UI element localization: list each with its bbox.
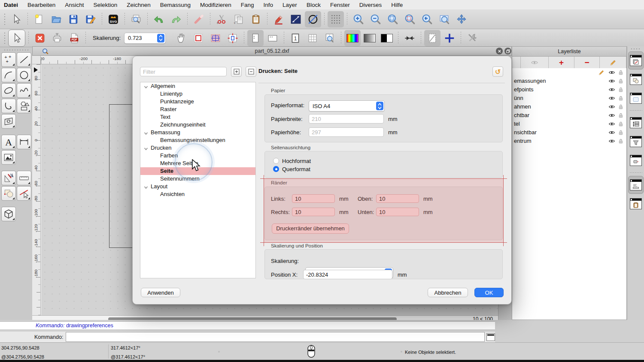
layer-panel-title[interactable]: Layerliste	[512, 47, 626, 57]
command-window-toggle-icon[interactable]	[486, 333, 495, 341]
document-close-icon[interactable]	[496, 48, 503, 54]
tree-item-seitennummern[interactable]: Seitennummern	[140, 175, 255, 183]
eye-icon[interactable]	[608, 138, 615, 145]
print-icon[interactable]	[49, 30, 65, 46]
document-title-bar[interactable]: part_05.12.dxf	[32, 46, 512, 56]
palette-line-icon[interactable]	[17, 52, 31, 67]
new-file-icon[interactable]	[31, 11, 47, 27]
palette-select-icon[interactable]	[17, 186, 31, 201]
menu-zeichnen[interactable]: Zeichnen	[122, 2, 155, 8]
palette-text-icon[interactable]: A	[1, 135, 16, 149]
eye-icon[interactable]	[608, 78, 615, 84]
tree-item-punktanzeige[interactable]: Punktanzeige	[140, 98, 255, 106]
redo-icon[interactable]	[168, 11, 184, 27]
chevron-down-icon[interactable]	[144, 184, 149, 189]
chevron-down-icon[interactable]	[144, 145, 149, 150]
lock-icon[interactable]	[618, 95, 624, 102]
hochformat-label[interactable]: Hochformat	[282, 158, 311, 164]
document-float-icon[interactable]	[504, 48, 511, 54]
links-input[interactable]	[292, 194, 335, 203]
oben-input[interactable]	[376, 194, 419, 203]
lock-icon[interactable]	[618, 78, 624, 84]
close-icon[interactable]	[32, 30, 48, 46]
rechts-input[interactable]	[292, 208, 335, 216]
pdf-icon[interactable]: PDF	[66, 30, 82, 46]
lock-icon[interactable]	[618, 129, 624, 136]
tree-item-seite[interactable]: Seite	[140, 167, 255, 175]
zoom-auto-icon[interactable]	[385, 11, 401, 27]
palette-points-icon[interactable]: +++	[1, 52, 16, 67]
edit-layer-icon[interactable]	[600, 57, 626, 68]
eye-icon[interactable]	[608, 112, 615, 119]
lock-icon[interactable]	[618, 103, 624, 110]
add-layer-icon[interactable]: +	[549, 57, 574, 68]
lock-icon[interactable]	[618, 69, 624, 76]
dock-block-list-icon[interactable]	[628, 70, 644, 88]
menu-block[interactable]: Block	[302, 2, 325, 8]
layer-row[interactable]: emassungen	[512, 77, 626, 85]
menu-hilfe[interactable]: Hilfe	[386, 2, 407, 8]
page-grid-icon[interactable]	[304, 30, 321, 46]
cut-icon[interactable]: +	[213, 11, 230, 27]
lock-icon[interactable]	[618, 138, 624, 145]
palette-ellipse-icon[interactable]	[1, 83, 16, 98]
open-file-icon[interactable]	[48, 11, 64, 27]
print-preview-icon[interactable]	[128, 11, 144, 27]
dock-selection-filter-icon[interactable]	[628, 133, 644, 151]
position-x-input[interactable]	[303, 270, 392, 279]
save-icon[interactable]	[65, 11, 82, 27]
draft-icon[interactable]	[424, 30, 440, 46]
layer-row[interactable]: tel	[512, 120, 626, 128]
page-number-icon[interactable]: 1	[287, 30, 304, 46]
druckerraender-button[interactable]: Druckerränder übernehmen	[272, 223, 349, 234]
filter-input[interactable]	[140, 67, 227, 76]
tree-item-text[interactable]: Text	[140, 113, 255, 121]
tree-item-drucken[interactable]: Drucken	[140, 144, 255, 152]
lock-icon[interactable]	[618, 112, 624, 119]
dock-command-line-icon[interactable]	[628, 176, 644, 194]
dock-clipboard-panel-icon[interactable]	[628, 195, 644, 213]
crosshair-icon[interactable]	[441, 30, 458, 46]
palette-shapes-icon[interactable]	[17, 99, 31, 113]
page-border-icon[interactable]	[190, 30, 207, 46]
menu-selektion[interactable]: Selektion	[89, 2, 122, 8]
expand-all-icon[interactable]	[231, 66, 242, 77]
multi-page-icon[interactable]	[207, 30, 224, 46]
eye-icon[interactable]	[608, 129, 615, 136]
zoom-window-icon[interactable]	[436, 11, 453, 27]
palette-spline-icon[interactable]	[17, 83, 31, 98]
pan-icon[interactable]	[453, 11, 470, 27]
circle-diagonal-icon[interactable]	[305, 11, 321, 27]
menu-datei[interactable]: Datei	[0, 2, 23, 8]
menu-bemassung[interactable]: Bemassung	[155, 2, 195, 8]
layer-row[interactable]: ünn	[512, 94, 626, 103]
anwenden-button[interactable]: Anwenden	[141, 288, 180, 297]
layer-row[interactable]: chtbar	[512, 111, 626, 120]
layer-row[interactable]: entrum	[512, 137, 626, 145]
unten-input[interactable]	[376, 208, 419, 216]
menu-info[interactable]: Info	[259, 2, 278, 8]
layer-row[interactable]: nsichtbar	[512, 128, 626, 137]
dock-projection-icon[interactable]	[628, 151, 644, 169]
distance-icon[interactable]	[288, 11, 304, 27]
palette-blocks-icon[interactable]	[1, 186, 16, 201]
tree-item-mehrere-seiten[interactable]: Mehrere Seiten	[140, 160, 255, 167]
lineweight-icon[interactable]	[401, 30, 418, 46]
zoom-selection-icon[interactable]	[402, 11, 418, 27]
tree-item-layout[interactable]: Layout	[140, 183, 255, 190]
lock-icon[interactable]	[618, 86, 624, 93]
remove-layer-icon[interactable]: −	[574, 57, 600, 68]
eye-icon[interactable]	[608, 86, 615, 93]
grid-icon[interactable]	[328, 11, 344, 27]
tree-item-zeichnungseinheit[interactable]: Zeichnungseinheit	[140, 121, 255, 129]
palette-hatch-icon[interactable]	[1, 114, 16, 129]
portrait-icon[interactable]	[247, 30, 264, 46]
tree-item-ansichten[interactable]: Ansichten	[140, 190, 255, 198]
tree-item-raster[interactable]: Raster	[140, 106, 255, 113]
papierformat-stepper-icon[interactable]	[376, 102, 383, 110]
abbrechen-button[interactable]: Abbrechen	[428, 288, 468, 297]
collapse-all-icon[interactable]	[246, 66, 256, 77]
paste-icon[interactable]	[248, 11, 264, 27]
undo-icon[interactable]	[151, 11, 167, 27]
color-full-icon[interactable]	[344, 30, 361, 46]
